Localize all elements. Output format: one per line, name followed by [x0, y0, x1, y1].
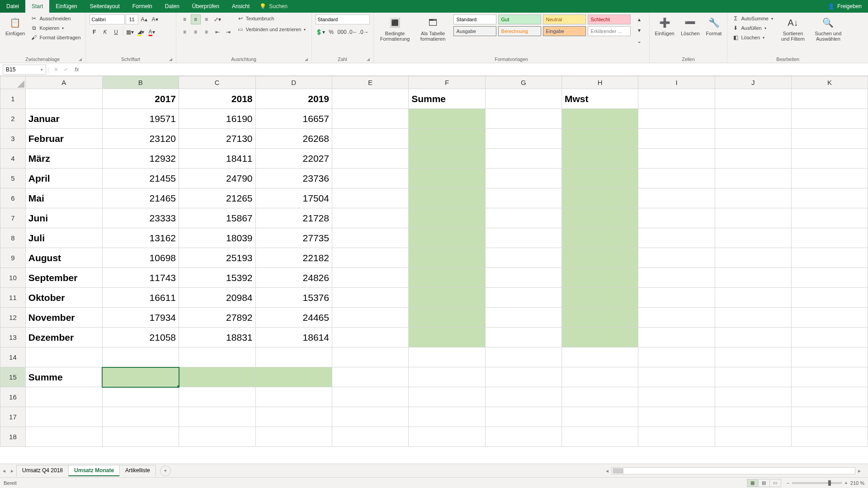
cell-H14[interactable]	[561, 347, 638, 367]
cell-B2[interactable]: 19571	[102, 109, 179, 129]
cell-G8[interactable]	[485, 228, 561, 248]
cell-B1[interactable]: 2017	[102, 89, 179, 109]
cell-A9[interactable]: August	[25, 248, 102, 268]
cell-style-schlecht[interactable]: Schlecht	[588, 14, 631, 24]
cell-F6[interactable]	[409, 188, 486, 208]
cell-I5[interactable]	[638, 169, 715, 188]
row-header-12[interactable]: 12	[0, 308, 26, 328]
row-header-18[interactable]: 18	[0, 427, 26, 447]
cell-E12[interactable]	[332, 308, 408, 328]
cell-E13[interactable]	[332, 328, 408, 347]
cell-H18[interactable]	[561, 427, 638, 447]
cell-K7[interactable]	[791, 208, 868, 228]
cell-style-gut[interactable]: Gut	[498, 14, 541, 24]
cell-B7[interactable]: 23333	[102, 208, 179, 228]
cell-J11[interactable]	[715, 288, 791, 308]
row-header-2[interactable]: 2	[0, 109, 26, 129]
row-header-5[interactable]: 5	[0, 169, 26, 188]
cell-G7[interactable]	[485, 208, 561, 228]
cell-A8[interactable]: Juli	[25, 228, 102, 248]
cell-B3[interactable]: 23120	[102, 129, 179, 149]
cell-F4[interactable]	[409, 149, 486, 169]
name-box[interactable]: B15▾	[3, 65, 46, 75]
hscroll-right[interactable]: ▸	[855, 468, 863, 474]
row-header-10[interactable]: 10	[0, 268, 26, 288]
cell-F18[interactable]	[409, 427, 486, 447]
bold-button[interactable]: F	[90, 27, 99, 37]
font-launcher[interactable]: ◢	[169, 57, 172, 61]
formula-input[interactable]	[82, 65, 868, 75]
cell-H3[interactable]	[561, 129, 638, 149]
cell-J18[interactable]	[715, 427, 791, 447]
cell-D10[interactable]: 24826	[255, 268, 332, 288]
cell-E16[interactable]	[332, 387, 408, 407]
cell-H2[interactable]	[561, 109, 638, 129]
cell-B11[interactable]: 16611	[102, 288, 179, 308]
cell-K12[interactable]	[791, 308, 868, 328]
cell-F2[interactable]	[409, 109, 486, 129]
cell-J5[interactable]	[715, 169, 791, 188]
cell-D12[interactable]: 24465	[255, 308, 332, 328]
cell-A3[interactable]: Februar	[25, 129, 102, 149]
cell-A16[interactable]	[25, 387, 102, 407]
zoom-level[interactable]: 210 %	[850, 480, 864, 486]
view-page-layout-button[interactable]: ▤	[758, 479, 770, 487]
cell-G3[interactable]	[485, 129, 561, 149]
orientation-button[interactable]: ⤢▾	[212, 14, 222, 24]
cell-F9[interactable]	[409, 248, 486, 268]
cell-style-neutral[interactable]: Neutral	[543, 14, 586, 24]
cell-I2[interactable]	[638, 109, 715, 129]
cell-I11[interactable]	[638, 288, 715, 308]
cell-C14[interactable]	[179, 347, 255, 367]
cell-F5[interactable]	[409, 169, 486, 188]
cell-F7[interactable]	[409, 208, 486, 228]
cell-style-ausgabe[interactable]: Ausgabe	[453, 26, 496, 36]
cell-B14[interactable]	[102, 347, 179, 367]
row-header-11[interactable]: 11	[0, 288, 26, 308]
cell-C11[interactable]: 20984	[179, 288, 255, 308]
cell-F8[interactable]	[409, 228, 486, 248]
cell-D2[interactable]: 16657	[255, 109, 332, 129]
cell-I4[interactable]	[638, 149, 715, 169]
cell-A10[interactable]: September	[25, 268, 102, 288]
cell-G14[interactable]	[485, 347, 561, 367]
cell-D3[interactable]: 26268	[255, 129, 332, 149]
tabnav-first[interactable]: ◂	[0, 468, 8, 474]
cell-B8[interactable]: 13162	[102, 228, 179, 248]
number-format-select[interactable]	[316, 14, 370, 24]
cell-C10[interactable]: 15392	[179, 268, 255, 288]
cell-J12[interactable]	[715, 308, 791, 328]
underline-button[interactable]: U	[111, 27, 121, 37]
row-header-13[interactable]: 13	[0, 328, 26, 347]
number-launcher[interactable]: ◢	[367, 57, 370, 61]
cell-G2[interactable]	[485, 109, 561, 129]
cell-F3[interactable]	[409, 129, 486, 149]
sheet-tab-umsatz-q4-2018[interactable]: Umsatz Q4 2018	[16, 465, 69, 476]
cell-B15[interactable]	[102, 367, 179, 387]
cell-B6[interactable]: 21465	[102, 188, 179, 208]
cell-H5[interactable]	[561, 169, 638, 188]
col-header-A[interactable]: A	[25, 76, 102, 89]
copy-button[interactable]: ⧉Kopieren▾	[29, 24, 81, 32]
row-header-4[interactable]: 4	[0, 149, 26, 169]
cell-C17[interactable]	[179, 407, 255, 427]
cell-H7[interactable]	[561, 208, 638, 228]
cell-H9[interactable]	[561, 248, 638, 268]
cell-A12[interactable]: November	[25, 308, 102, 328]
cell-K11[interactable]	[791, 288, 868, 308]
cell-E10[interactable]	[332, 268, 408, 288]
cell-C12[interactable]: 27892	[179, 308, 255, 328]
cell-H16[interactable]	[561, 387, 638, 407]
cell-E8[interactable]	[332, 228, 408, 248]
cell-G9[interactable]	[485, 248, 561, 268]
cell-J15[interactable]	[715, 367, 791, 387]
tab-überprüfen[interactable]: Überprüfen	[186, 0, 226, 13]
cell-D18[interactable]	[255, 427, 332, 447]
cell-I13[interactable]	[638, 328, 715, 347]
cell-J3[interactable]	[715, 129, 791, 149]
cell-F16[interactable]	[409, 387, 486, 407]
col-header-C[interactable]: C	[179, 76, 255, 89]
cell-E17[interactable]	[332, 407, 408, 427]
cell-I10[interactable]	[638, 268, 715, 288]
cell-I15[interactable]	[638, 367, 715, 387]
